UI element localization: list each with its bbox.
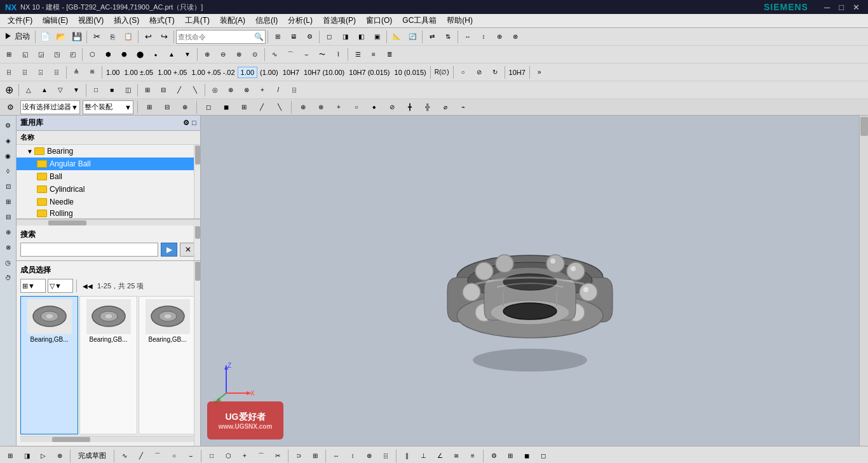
- tb2-curve1[interactable]: ∿: [267, 47, 282, 62]
- tb2-more3[interactable]: ≣: [382, 47, 397, 62]
- tb3-btn3[interactable]: ⌺: [33, 65, 48, 80]
- sel-mode-btn1[interactable]: ◻: [201, 100, 216, 115]
- btm-dim4[interactable]: ⌻: [378, 448, 393, 464]
- tree-item-needle[interactable]: Needle: [17, 196, 200, 208]
- tb3-btn5[interactable]: ≜: [69, 65, 84, 80]
- btm-poly1[interactable]: ⬡: [220, 448, 236, 464]
- tb4-btn5[interactable]: ▼: [69, 83, 84, 98]
- tb-dim-3[interactable]: ⊕: [492, 29, 507, 44]
- menu-insert[interactable]: 插入(S): [109, 14, 144, 27]
- member-item-1[interactable]: Bearing,GB...: [20, 296, 78, 434]
- snap-btn2[interactable]: ⊟: [159, 100, 175, 115]
- tb4-btn12[interactable]: ╲: [187, 83, 203, 98]
- btm-circ1[interactable]: ○: [166, 448, 182, 464]
- btm-dim3[interactable]: ⊕: [362, 448, 377, 464]
- tb4-btn14[interactable]: ⊕: [223, 83, 238, 98]
- tb-btn-3d-1[interactable]: ◻: [322, 29, 337, 44]
- tb2-btn3[interactable]: ◲: [33, 47, 48, 62]
- member-vscroll-thumb[interactable]: [195, 262, 200, 281]
- member-hscrollbar[interactable]: [20, 436, 196, 442]
- sidebar-settings-icon[interactable]: ⚙: [183, 119, 189, 127]
- sel-snap-btn4[interactable]: ○: [349, 100, 364, 115]
- tree-item-ball[interactable]: Ball: [17, 170, 200, 183]
- new-button[interactable]: 📄: [37, 29, 53, 44]
- btm-more4[interactable]: ◻: [536, 448, 551, 464]
- tb-dim-4[interactable]: ⊗: [508, 29, 523, 44]
- sel-snap-btn2[interactable]: ⊗: [313, 100, 329, 115]
- tb-dim-1[interactable]: ↔: [460, 29, 475, 44]
- menu-gc-tools[interactable]: GC工具箱: [397, 14, 442, 27]
- btm-plus1[interactable]: +: [237, 448, 252, 464]
- btm-offset1[interactable]: ⊃: [291, 448, 306, 464]
- tb3-r-btn[interactable]: R(∅): [433, 65, 451, 80]
- right-scroll-thumb[interactable]: [860, 117, 868, 136]
- search-input[interactable]: [178, 33, 254, 41]
- sel-snap-btn3[interactable]: +: [331, 100, 346, 115]
- tb3-btn4[interactable]: ⌻: [49, 65, 64, 80]
- menu-format[interactable]: 格式(T): [144, 14, 179, 27]
- menu-file[interactable]: 文件(F): [3, 14, 37, 27]
- redo-button[interactable]: ↪: [156, 29, 172, 44]
- library-search-input[interactable]: [20, 243, 158, 257]
- tb2-shape2[interactable]: ⬢: [100, 47, 116, 62]
- open-button[interactable]: 📂: [53, 29, 69, 44]
- tb4-btn7[interactable]: ■: [104, 83, 119, 98]
- cut-button[interactable]: ✂: [89, 29, 104, 44]
- left-strip-btn6[interactable]: ⊞: [1, 194, 15, 208]
- search-bar[interactable]: 🔍: [176, 30, 266, 44]
- undo-button[interactable]: ↩: [140, 29, 156, 44]
- btm-arc1[interactable]: ⌒: [150, 448, 165, 464]
- tb-btn-3d-4[interactable]: ▣: [369, 29, 384, 44]
- sel-snap-btn1[interactable]: ⊕: [295, 100, 311, 115]
- selection-settings-btn[interactable]: ⚙: [3, 100, 18, 115]
- tb3-circ2[interactable]: ⊘: [471, 65, 487, 80]
- btm-more1[interactable]: ⚙: [486, 448, 501, 464]
- tb4-btn8[interactable]: ◫: [120, 83, 135, 98]
- start-button[interactable]: ▶ 启动: [1, 29, 33, 44]
- btm-dim2[interactable]: ↕: [345, 448, 360, 464]
- right-scrollbar[interactable]: [859, 116, 868, 446]
- tree-item-cylindrical[interactable]: Cylindrical: [17, 183, 200, 196]
- btm-rect1[interactable]: □: [204, 448, 219, 464]
- member-item-2[interactable]: Bearing,GB...: [79, 296, 137, 434]
- btm-btn2[interactable]: ◨: [19, 448, 34, 464]
- tb2-op3[interactable]: ⊗: [231, 47, 247, 62]
- left-strip-btn9[interactable]: ⊗: [1, 240, 15, 254]
- member-prev-btn[interactable]: ◀◀: [80, 278, 95, 293]
- tb2-more1[interactable]: ☰: [350, 47, 365, 62]
- tb4-btn17[interactable]: /: [271, 83, 286, 98]
- search-vscroll-thumb[interactable]: [195, 226, 200, 239]
- btm-const2[interactable]: ⊥: [416, 448, 431, 464]
- tb3-btn2[interactable]: ⌹: [17, 65, 32, 80]
- tb2-btn1[interactable]: ⊞: [1, 47, 17, 62]
- tb2-shape6[interactable]: ▲: [164, 47, 179, 62]
- tb-btn-monitor[interactable]: 🖥: [286, 29, 301, 44]
- tree-hscrollbar[interactable]: [17, 219, 200, 225]
- tree-vscrollbar[interactable]: [194, 145, 200, 218]
- assembly-dropdown[interactable]: 整个装配 ▼: [83, 100, 133, 114]
- left-strip-btn2[interactable]: ◈: [1, 133, 15, 147]
- filter-dropdown[interactable]: 没有选择过滤器 ▼: [20, 100, 80, 114]
- tb4-btn18[interactable]: ⌻: [287, 83, 302, 98]
- sidebar-maximize-icon[interactable]: □: [192, 119, 196, 127]
- tb4-btn11[interactable]: ╱: [172, 83, 187, 98]
- btm-more2[interactable]: ⊞: [503, 448, 518, 464]
- copy-button[interactable]: ⎘: [105, 29, 120, 44]
- viewport[interactable]: Z X Y UG爱好者 www.UGSNX.com: [201, 116, 859, 446]
- tb2-shape7[interactable]: ▼: [180, 47, 195, 62]
- sel-mode-btn2[interactable]: ◼: [219, 100, 234, 115]
- snap-btn1[interactable]: ⊞: [142, 100, 157, 115]
- tb2-curve2[interactable]: ⌒: [283, 47, 298, 62]
- member-hscroll-thumb[interactable]: [52, 437, 90, 442]
- tb-btn-measure[interactable]: 📐: [389, 29, 404, 44]
- tb4-btn4[interactable]: ▽: [53, 83, 68, 98]
- btm-const4[interactable]: ≅: [449, 448, 464, 464]
- btm-const1[interactable]: ∥: [399, 448, 414, 464]
- sel-snap-btn9[interactable]: ⌀: [438, 100, 453, 115]
- menu-info[interactable]: 信息(I): [250, 14, 283, 27]
- tb3-circ1[interactable]: ○: [456, 65, 471, 80]
- menu-analysis[interactable]: 分析(L): [283, 14, 318, 27]
- menu-assembly[interactable]: 装配(A): [215, 14, 250, 27]
- tb2-op2[interactable]: ⊖: [215, 47, 231, 62]
- left-strip-btn3[interactable]: ◉: [1, 149, 15, 163]
